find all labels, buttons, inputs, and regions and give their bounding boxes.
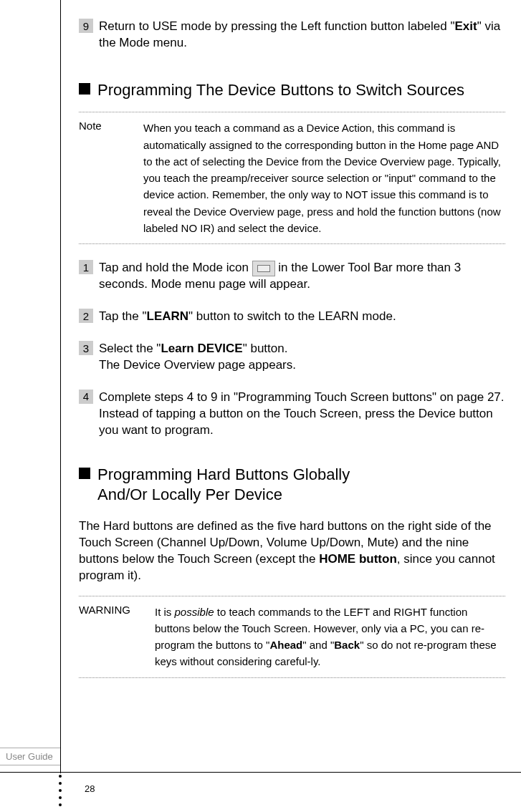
step-9: 9 Return to USE mode by pressing the Lef… (79, 19, 505, 52)
mode-icon (252, 261, 275, 276)
heading-text: Programming The Device Buttons to Switch… (97, 80, 464, 101)
step-2: 2 Tap the "LEARN" button to switch to th… (79, 309, 505, 325)
bullet-square-icon (79, 83, 90, 95)
note-text: When you teach a command as a Device Act… (143, 120, 505, 236)
heading-text: Programming Hard Buttons Globally And/Or… (97, 465, 350, 506)
dot-icon (59, 775, 62, 778)
warning-text: It is possible to teach commands to the … (155, 604, 505, 670)
note-box: Note When you teach a command as a Devic… (79, 112, 505, 244)
step-text: Complete steps 4 to 9 in "Programming To… (99, 390, 505, 439)
step-number: 1 (79, 260, 93, 274)
warning-label: WARNING (79, 604, 155, 670)
page-content: 9 Return to USE mode by pressing the Lef… (79, 19, 505, 694)
footer-divider (0, 772, 521, 773)
step-text: Return to USE mode by pressing the Left … (99, 19, 505, 52)
paragraph: The Hard buttons are defined as the five… (79, 518, 505, 584)
step-text: Tap and hold the Mode icon in the Lower … (99, 260, 505, 293)
step-text: Tap the "LEARN" button to switch to the … (99, 309, 505, 325)
step-number: 4 (79, 390, 93, 404)
step-text: Select the "Learn DEVICE" button. The De… (99, 341, 505, 374)
step-4: 4 Complete steps 4 to 9 in "Programming … (79, 390, 505, 439)
step-number: 3 (79, 341, 93, 355)
user-guide-label: User Guide (0, 748, 60, 765)
vertical-divider (60, 0, 61, 773)
dot-icon (59, 803, 62, 806)
step-1: 1 Tap and hold the Mode icon in the Lowe… (79, 260, 505, 293)
step-3: 3 Select the "Learn DEVICE" button. The … (79, 341, 505, 374)
step-number: 9 (79, 19, 93, 33)
note-label: Note (79, 120, 143, 236)
dot-icon (59, 789, 62, 792)
bullet-square-icon (79, 468, 90, 479)
warning-box: WARNING It is possible to teach commands… (79, 596, 505, 678)
dots-decoration (59, 775, 62, 806)
section-heading-1: Programming The Device Buttons to Switch… (79, 80, 505, 101)
page-number: 28 (85, 783, 95, 794)
dot-icon (59, 796, 62, 799)
dot-icon (59, 782, 62, 785)
step-number: 2 (79, 309, 93, 323)
section-heading-2: Programming Hard Buttons Globally And/Or… (79, 465, 505, 506)
